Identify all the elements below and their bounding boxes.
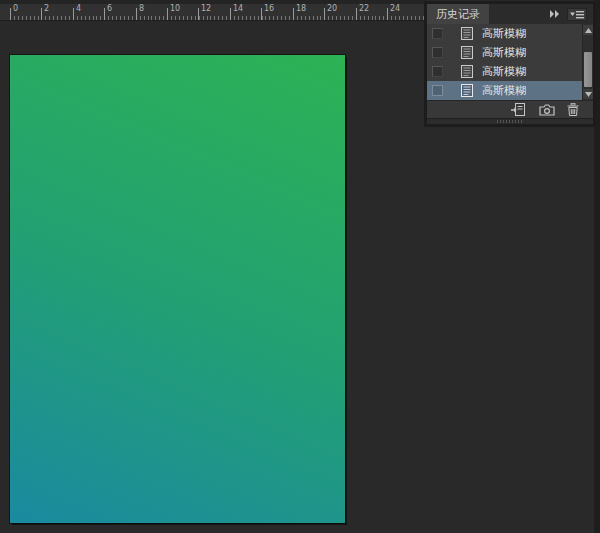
- ruler-tick: 18: [293, 8, 294, 20]
- history-panel-title: 历史记录: [436, 7, 480, 22]
- new-document-from-state-icon[interactable]: [511, 103, 527, 117]
- history-state-row[interactable]: 高斯模糊: [427, 43, 582, 62]
- history-brush-source-well[interactable]: [432, 85, 443, 96]
- history-state-document-icon: [461, 84, 473, 97]
- history-panel-footer: [427, 100, 593, 118]
- ruler-tick: 4: [73, 8, 74, 20]
- history-brush-source-well[interactable]: [432, 66, 443, 77]
- resize-grip-icon: [497, 120, 523, 123]
- ruler-tick: 20: [324, 8, 325, 20]
- history-state-document-icon: [461, 46, 473, 59]
- history-state-label: 高斯模糊: [482, 26, 526, 41]
- history-state-document-icon: [461, 65, 473, 78]
- document-canvas[interactable]: [10, 55, 345, 523]
- ruler-tick: 2: [41, 8, 42, 20]
- panel-resize-handle[interactable]: [427, 118, 593, 124]
- scroll-up-arrow-icon[interactable]: [583, 25, 593, 35]
- history-panel-header: 历史记录: [427, 4, 593, 24]
- history-brush-source-well[interactable]: [432, 28, 443, 39]
- scrollbar-thumb[interactable]: [584, 52, 592, 87]
- ruler-tick: 8: [136, 8, 137, 20]
- history-state-label: 高斯模糊: [482, 45, 526, 60]
- history-state-row[interactable]: 高斯模糊: [427, 24, 582, 43]
- photoshop-workspace: 0 2 4 6 8 10 12 14 16 18 20 22 24 历史记录: [0, 0, 600, 533]
- scroll-down-arrow-icon[interactable]: [583, 89, 593, 99]
- tab-history[interactable]: 历史记录: [427, 4, 489, 24]
- history-panel: 历史记录 高斯模糊: [427, 4, 593, 124]
- ruler-tick: 24: [387, 8, 388, 20]
- history-list: 高斯模糊 高斯模糊 高斯模糊: [427, 24, 593, 100]
- history-state-label: 高斯模糊: [482, 83, 526, 98]
- ruler-tick: 16: [261, 8, 262, 20]
- ruler-tick: 12: [198, 8, 199, 20]
- camera-snapshot-icon[interactable]: [539, 104, 555, 116]
- history-state-row[interactable]: 高斯模糊: [427, 62, 582, 81]
- history-state-document-icon: [461, 27, 473, 40]
- panel-menu-icon[interactable]: [567, 8, 587, 21]
- ruler-tick: 22: [356, 8, 357, 20]
- trash-icon[interactable]: [567, 103, 579, 116]
- ruler-tick: 10: [167, 8, 168, 20]
- history-state-label: 高斯模糊: [482, 64, 526, 79]
- history-brush-source-well[interactable]: [432, 47, 443, 58]
- ruler-tick: 14: [230, 8, 231, 20]
- double-right-arrows-icon[interactable]: [549, 10, 560, 18]
- history-scrollbar[interactable]: [582, 24, 593, 100]
- horizontal-ruler[interactable]: 0 2 4 6 8 10 12 14 16 18 20 22 24: [0, 0, 426, 21]
- history-state-row-selected[interactable]: 高斯模糊: [427, 81, 582, 100]
- window-edge: [594, 0, 600, 533]
- ruler-tick: 6: [104, 8, 105, 20]
- ruler-tick: 0: [10, 8, 11, 20]
